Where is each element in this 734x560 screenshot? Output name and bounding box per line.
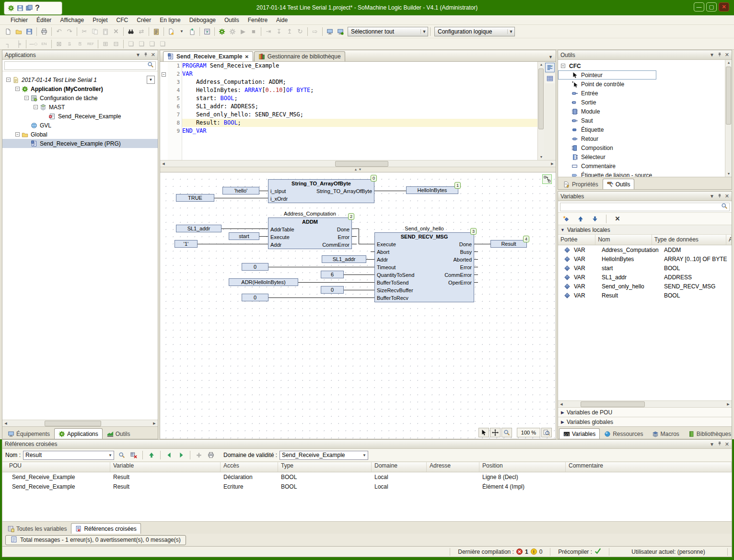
- menu-aide[interactable]: Aide: [272, 16, 291, 24]
- step-cycle-icon[interactable]: ↻: [295, 27, 305, 36]
- variables-row-helloinbytes[interactable]: VARHelloInBytesARRAY [0..10] OF BYTE: [558, 254, 732, 263]
- bottom-tab-toutes-les-variables[interactable]: Toutes les variables: [3, 523, 71, 534]
- total-messages-button[interactable]: Total messages - 1 erreur(s), 0 avertiss…: [5, 535, 186, 545]
- input-pin[interactable]: Addr: [270, 241, 281, 249]
- input-pin[interactable]: Addr: [377, 256, 388, 263]
- horizontal-scrollbar[interactable]: ◀▶: [2, 420, 158, 426]
- delete-x-icon[interactable]: ✕: [612, 214, 623, 224]
- column-header[interactable]: Type: [278, 462, 372, 472]
- text-view-button[interactable]: [545, 63, 555, 72]
- vars-tab-biblioth-ques[interactable]: Bibliothèques: [684, 428, 734, 439]
- chevron-down-icon[interactable]: ▼: [507, 29, 514, 34]
- column-header[interactable]: Adresse: [427, 462, 479, 472]
- step-over-icon[interactable]: ⇥: [263, 27, 274, 36]
- tree-item-send-receive-example-prg-[interactable]: ≡Send_Receive_Example (PRG): [2, 139, 158, 148]
- pin-icon[interactable]: [717, 52, 722, 58]
- cfc-branch-icon[interactable]: ╞: [13, 39, 24, 49]
- collapse-icon[interactable]: −: [24, 96, 29, 100]
- save-all-icon[interactable]: [26, 5, 33, 11]
- vertical-scrollbar[interactable]: ▲▼: [537, 62, 544, 160]
- cfc-ref-icon[interactable]: REF: [85, 39, 96, 49]
- section-variables-de-pou[interactable]: ▶Variables de POU: [558, 407, 732, 417]
- menu-fenêtre[interactable]: Fenêtre: [244, 16, 271, 24]
- build-icon[interactable]: [202, 27, 212, 36]
- quick-access-toolbar[interactable]: ?: [4, 1, 62, 15]
- close-icon[interactable]: ✕: [725, 441, 729, 447]
- search-input[interactable]: [4, 61, 156, 70]
- editor-horizontal-scrollbar[interactable]: ◀▶: [160, 160, 556, 167]
- io-box[interactable]: '1': [175, 240, 198, 248]
- domain-combobox[interactable]: Send_Receive_Example ▼: [280, 451, 368, 460]
- variables-row-send_only_hello[interactable]: VARSend_only_helloSEND_RECV_MSG: [558, 282, 732, 291]
- new-page-icon[interactable]: [3, 27, 13, 36]
- editor-splitter[interactable]: ▲ ▼: [160, 167, 556, 172]
- collapse-icon[interactable]: −: [15, 87, 20, 91]
- tools-scrollbar[interactable]: ▲▼: [725, 60, 732, 177]
- io-box[interactable]: start: [229, 232, 259, 240]
- section-variables-globales[interactable]: ▶Variables globales: [558, 417, 732, 426]
- step-out-icon[interactable]: ↥: [284, 27, 295, 36]
- input-pin[interactable]: Execute: [270, 233, 290, 241]
- menu-débogage[interactable]: Débogage: [186, 16, 220, 24]
- fit-view-button[interactable]: [541, 428, 552, 437]
- tool-item-saut[interactable]: Saut: [558, 116, 725, 125]
- input-pin[interactable]: i_sIput: [270, 187, 286, 195]
- column-header[interactable]: Domaine: [372, 462, 427, 472]
- new-variable-icon[interactable]: [561, 214, 571, 224]
- search-icon[interactable]: [117, 450, 127, 460]
- pin-icon[interactable]: [717, 193, 722, 200]
- io-box[interactable]: 0: [242, 294, 268, 301]
- tool-item-module[interactable]: Module: [558, 107, 725, 116]
- filter-remove-icon[interactable]: [128, 450, 139, 460]
- tool-item-commentaire[interactable]: Commentaire: [558, 161, 725, 171]
- cfc-reset-icon[interactable]: R̲: [75, 39, 85, 49]
- vars-tab-macros[interactable]: Macros: [648, 428, 684, 439]
- input-pin[interactable]: AddrTable: [270, 226, 294, 233]
- open-folder-icon[interactable]: [13, 27, 24, 36]
- bottom-tab-r-f-rences-crois-es[interactable]: Références croisées: [71, 523, 140, 534]
- prev-icon[interactable]: [164, 450, 175, 460]
- input-pin[interactable]: Abort: [377, 248, 389, 256]
- next-icon[interactable]: [176, 450, 186, 460]
- step-into-icon[interactable]: ↧: [274, 27, 284, 36]
- tree-item-application-mycontroller-[interactable]: −Application (MyController): [2, 84, 158, 93]
- tree-item-send-receive-example[interactable]: Send_Receive_Example: [2, 112, 158, 121]
- pin-icon[interactable]: [143, 52, 148, 58]
- menu-outils[interactable]: Outils: [221, 16, 243, 24]
- tools-tab-outils[interactable]: Outils: [603, 179, 635, 189]
- down-icon[interactable]: [590, 214, 600, 224]
- tree-item-configuration-de-t-che[interactable]: −Configuration de tâche: [2, 93, 158, 103]
- menu-fichier[interactable]: Fichier: [7, 16, 32, 24]
- input-pin[interactable]: QuantityToSend: [377, 271, 414, 279]
- pan-tool-button[interactable]: [490, 428, 501, 437]
- help-icon[interactable]: ?: [35, 4, 40, 12]
- input-pin[interactable]: Execute: [377, 240, 396, 248]
- new-object-icon[interactable]: [166, 27, 176, 36]
- login-gear-icon[interactable]: [217, 27, 227, 36]
- output-pin[interactable]: CommError: [322, 241, 350, 249]
- crossref-row[interactable]: Send_Receive_ExampleResultEcritureBOOLLo…: [2, 482, 732, 491]
- up-icon[interactable]: [575, 214, 586, 224]
- io-box[interactable]: HelloInBytes1: [406, 186, 458, 194]
- variables-row-start[interactable]: VARstartBOOL: [558, 263, 732, 273]
- collapse-icon[interactable]: −: [6, 78, 11, 82]
- fold-marker[interactable]: −: [162, 72, 166, 77]
- output-pin[interactable]: Aborted: [453, 256, 472, 263]
- zoom-tool-button[interactable]: [501, 428, 512, 437]
- variables-locales-section[interactable]: ▼ Variables locales: [558, 225, 732, 235]
- tree-item-gvl[interactable]: GVL: [2, 121, 158, 130]
- output-pin[interactable]: Error: [338, 233, 350, 241]
- close-icon[interactable]: ✕: [725, 193, 729, 199]
- output-pin[interactable]: Done: [459, 240, 472, 248]
- add-icon[interactable]: ✚: [194, 450, 204, 460]
- cfc-block-send_recv_msg[interactable]: Send_only_hello3SEND_RECV_MSGExecuteDone…: [374, 232, 474, 302]
- column-header[interactable]: Type de données: [652, 235, 726, 245]
- document-tab-send-receive-example[interactable]: ≡Send_Receive_Example✕: [163, 51, 253, 61]
- redo-icon[interactable]: ↷: [64, 27, 75, 36]
- cfc-removepin-icon[interactable]: ⊟: [111, 39, 121, 49]
- menu-cfc[interactable]: CFC: [113, 16, 132, 24]
- app-gear-icon[interactable]: [8, 5, 14, 11]
- variables-row-result[interactable]: VARResultBOOL: [558, 291, 732, 300]
- tool-item-retour[interactable]: Retour: [558, 134, 725, 143]
- cfc-en-icon[interactable]: EN: [39, 39, 49, 49]
